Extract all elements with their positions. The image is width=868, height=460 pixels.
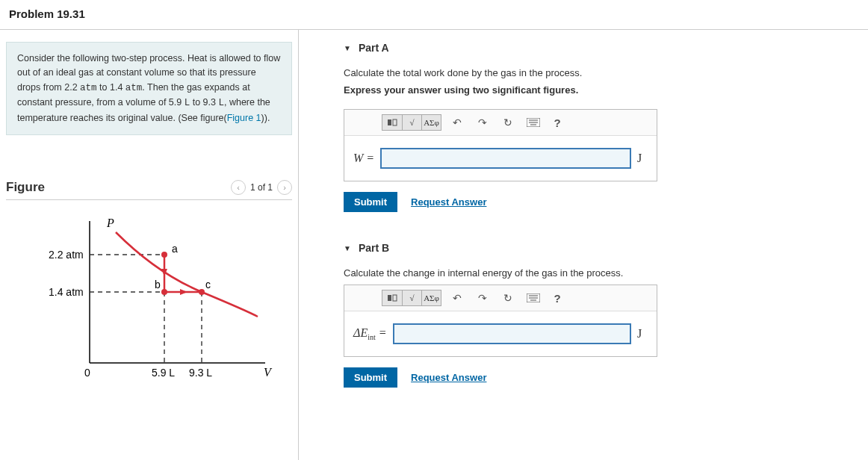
part-a-toolbar: √ ΑΣφ ↶ ↷ ↻ ? — [344, 110, 657, 136]
part-b-block: ▼ Part B Calculate the change in interna… — [344, 242, 853, 388]
part-b-var-label: ΔEint = — [353, 326, 387, 341]
help-icon[interactable]: ? — [549, 290, 565, 306]
page-header: Problem 19.31 — [0, 0, 868, 30]
svg-marker-9 — [180, 289, 187, 295]
svg-rect-19 — [388, 295, 391, 301]
greek-button[interactable]: ΑΣφ — [421, 290, 441, 305]
undo-icon[interactable]: ↶ — [447, 114, 467, 131]
part-b-prompt: Calculate the change in internal energy … — [344, 267, 853, 279]
figure-title: Figure — [6, 180, 45, 195]
part-b-toggle[interactable]: ▼ — [344, 244, 351, 252]
part-a-prompt: Calculate the total work done by the gas… — [344, 67, 853, 78]
radical-button[interactable]: √ — [402, 115, 421, 130]
origin-label: 0 — [84, 367, 90, 379]
svg-rect-14 — [393, 119, 397, 125]
part-a-title: Part A — [359, 42, 389, 54]
part-b-toolbar: √ ΑΣφ ↶ ↷ ↻ ? — [344, 285, 657, 311]
part-a-request-answer[interactable]: Request Answer — [411, 196, 486, 208]
problem-statement: Consider the following two-step process.… — [6, 42, 292, 135]
svg-rect-20 — [393, 295, 397, 301]
figure-link[interactable]: Figure 1 — [227, 113, 261, 123]
svg-point-12 — [199, 289, 205, 295]
part-a-var-label: W = — [353, 152, 374, 165]
part-b-submit-button[interactable]: Submit — [344, 367, 397, 388]
part-a-toggle[interactable]: ▼ — [344, 44, 351, 52]
figure-header: Figure ‹ 1 of 1 › — [6, 180, 292, 200]
svg-point-10 — [161, 252, 167, 258]
left-column: Consider the following two-step process.… — [0, 30, 299, 460]
problem-title: Problem 19.31 — [9, 7, 859, 20]
part-a-input[interactable] — [380, 148, 631, 169]
right-column: ▼ Part A Calculate the total work done b… — [299, 30, 868, 417]
part-a-instruction: Express your answer using two significan… — [344, 84, 853, 96]
figure-nav: ‹ 1 of 1 › — [231, 180, 292, 195]
keyboard-icon[interactable] — [524, 114, 543, 131]
svg-rect-13 — [388, 119, 391, 125]
xtick-5.9: 5.9 L — [152, 367, 175, 379]
ytick-1.4: 1.4 atm — [49, 286, 84, 298]
figure-next-button[interactable]: › — [277, 180, 292, 195]
point-b-label: b — [155, 279, 161, 290]
part-a-submit-button[interactable]: Submit — [344, 192, 397, 212]
help-icon[interactable]: ? — [549, 114, 565, 131]
main-container: Consider the following two-step process.… — [0, 30, 868, 460]
redo-icon[interactable]: ↷ — [473, 114, 492, 131]
reset-icon[interactable]: ↻ — [498, 290, 518, 306]
template-button[interactable] — [382, 290, 402, 305]
template-button[interactable] — [382, 115, 402, 130]
part-b-title: Part B — [359, 242, 389, 254]
greek-button[interactable]: ΑΣφ — [421, 115, 441, 130]
part-a-unit: J — [637, 152, 648, 165]
undo-icon[interactable]: ↶ — [447, 290, 467, 306]
figure-diagram: P V 2.2 atm 1.4 atm 0 5.9 L 9.3 L a — [26, 214, 273, 385]
part-b-unit: J — [637, 327, 648, 341]
xtick-9.3: 9.3 L — [189, 367, 212, 379]
part-b-request-answer[interactable]: Request Answer — [411, 372, 486, 383]
x-axis-label: V — [264, 366, 273, 379]
reset-icon[interactable]: ↻ — [498, 114, 518, 131]
part-a-block: ▼ Part A Calculate the total work done b… — [344, 42, 853, 212]
svg-point-11 — [161, 289, 167, 295]
radical-button[interactable]: √ — [402, 290, 421, 305]
point-a-label: a — [172, 243, 178, 255]
redo-icon[interactable]: ↷ — [473, 290, 492, 306]
part-b-answer-box: √ ΑΣφ ↶ ↷ ↻ ? ΔEint = J — [344, 285, 657, 357]
point-c-label: c — [205, 279, 211, 290]
y-axis-label: P — [106, 217, 114, 229]
figure-prev-button[interactable]: ‹ — [231, 180, 246, 195]
keyboard-icon[interactable] — [524, 290, 543, 306]
part-b-input[interactable] — [393, 323, 631, 344]
part-a-answer-box: √ ΑΣφ ↶ ↷ ↻ ? W = J — [344, 109, 657, 181]
figure-counter: 1 of 1 — [250, 182, 273, 193]
ytick-2.2: 2.2 atm — [49, 249, 84, 261]
